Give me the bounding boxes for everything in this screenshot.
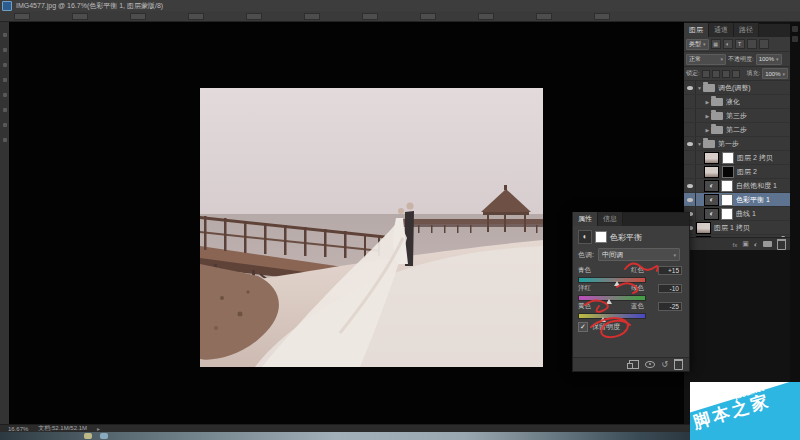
- status-menu-arrow-icon[interactable]: [97, 425, 100, 432]
- eye-toggle[interactable]: [684, 137, 696, 150]
- tool-icon[interactable]: [3, 93, 7, 97]
- eye-toggle[interactable]: [684, 81, 696, 94]
- expand-icon[interactable]: [704, 113, 711, 119]
- collapse-panels-icon[interactable]: [792, 26, 798, 32]
- filter-smartobject-icon[interactable]: [759, 39, 769, 49]
- layer-mask-thumbnail[interactable]: [722, 166, 734, 178]
- expand-icon[interactable]: [704, 127, 711, 133]
- layer-row-group[interactable]: 第一步: [684, 137, 790, 151]
- eye-toggle[interactable]: [684, 165, 696, 178]
- tool-options-icon[interactable]: [536, 13, 552, 20]
- cyan-red-slider[interactable]: [578, 277, 646, 283]
- magenta-green-slider[interactable]: [578, 295, 646, 301]
- filter-pixel-icon[interactable]: [711, 39, 721, 49]
- lock-position-icon[interactable]: [722, 70, 730, 78]
- yellow-blue-value[interactable]: -25: [658, 302, 682, 311]
- eye-toggle[interactable]: [684, 95, 696, 108]
- new-adjustment-icon[interactable]: [754, 241, 758, 248]
- layer-row-group[interactable]: 第三步: [684, 109, 790, 123]
- layer-thumbnail[interactable]: [704, 166, 719, 178]
- layer-mask-thumbnail[interactable]: [721, 194, 733, 206]
- add-mask-icon[interactable]: [742, 240, 749, 248]
- layer-row-group[interactable]: 调色(调整): [684, 81, 790, 95]
- tool-options-icon[interactable]: [246, 13, 262, 20]
- expand-icon[interactable]: [696, 141, 703, 147]
- eye-toggle[interactable]: [684, 151, 696, 164]
- new-group-icon[interactable]: [763, 241, 772, 247]
- tone-select[interactable]: 中间调: [598, 248, 680, 261]
- layer-style-icon[interactable]: [732, 241, 737, 248]
- visibility-icon[interactable]: [645, 361, 655, 368]
- tab-paths[interactable]: 路径: [734, 23, 759, 37]
- delete-layer-icon[interactable]: [777, 239, 786, 250]
- filter-adjustment-icon[interactable]: [723, 39, 733, 49]
- eye-toggle[interactable]: [684, 179, 696, 192]
- layer-thumbnail[interactable]: [704, 152, 719, 164]
- eye-toggle[interactable]: [684, 123, 696, 136]
- layer-row-adjustment[interactable]: 曲线 1: [684, 207, 790, 221]
- tool-options-icon[interactable]: [362, 13, 378, 20]
- lock-pixels-icon[interactable]: [712, 70, 720, 78]
- adjustment-icon[interactable]: [704, 208, 719, 220]
- layer-row-group[interactable]: 第二步: [684, 123, 790, 137]
- opacity-value[interactable]: 100%: [756, 54, 782, 65]
- adjustment-icon[interactable]: [704, 194, 719, 206]
- layer-row-adjustment[interactable]: 自然饱和度 1: [684, 179, 790, 193]
- tool-icon[interactable]: [3, 123, 7, 127]
- filter-type-icon[interactable]: [735, 39, 745, 49]
- fill-value[interactable]: 100%: [762, 68, 788, 79]
- magenta-green-value[interactable]: -10: [658, 284, 682, 293]
- tool-icon[interactable]: [3, 63, 7, 67]
- expand-icon[interactable]: [696, 85, 703, 91]
- zoom-value[interactable]: 16.67%: [8, 426, 28, 432]
- layer-row[interactable]: 图层 2: [684, 165, 790, 179]
- tab-layers[interactable]: 图层: [684, 23, 709, 37]
- expand-icon[interactable]: [704, 99, 711, 105]
- panel-menu-icon[interactable]: [792, 36, 798, 42]
- layer-mask-thumbnail[interactable]: [722, 152, 734, 164]
- eye-toggle[interactable]: [684, 109, 696, 122]
- tool-icon[interactable]: [3, 138, 7, 142]
- cyan-label: 青色: [578, 266, 591, 275]
- layer-row[interactable]: 图层 2 拷贝: [684, 151, 790, 165]
- tab-properties[interactable]: 属性: [573, 212, 598, 226]
- blend-mode-select[interactable]: 正常: [686, 54, 726, 65]
- watermark: jb51.net 脚本之家: [690, 382, 800, 440]
- cyan-red-value[interactable]: +15: [658, 266, 682, 275]
- tool-icon[interactable]: [3, 48, 7, 52]
- reset-icon[interactable]: [661, 360, 668, 369]
- eye-toggle[interactable]: [684, 193, 696, 206]
- tool-icon[interactable]: [3, 33, 7, 37]
- tool-options-icon[interactable]: [72, 13, 88, 20]
- delete-adjustment-icon[interactable]: [674, 359, 683, 370]
- tool-options-icon[interactable]: [130, 13, 146, 20]
- tab-channels[interactable]: 通道: [709, 23, 734, 37]
- lock-all-icon[interactable]: [732, 70, 740, 78]
- tool-options-icon[interactable]: [304, 13, 320, 20]
- tool-options-icon[interactable]: [594, 13, 610, 20]
- layer-thumbnail[interactable]: [696, 222, 711, 234]
- tool-options-icon[interactable]: [188, 13, 204, 20]
- layer-row-group[interactable]: 液化: [684, 95, 790, 109]
- layer-filter-kind-select[interactable]: 类型: [686, 39, 709, 50]
- layer-row-adjustment-selected[interactable]: 色彩平衡 1: [684, 193, 790, 207]
- tab-info[interactable]: 信息: [598, 212, 623, 226]
- tool-icon[interactable]: [3, 78, 7, 82]
- preserve-luminosity-checkbox[interactable]: [578, 322, 588, 332]
- filter-shape-icon[interactable]: [747, 39, 757, 49]
- layer-row[interactable]: 图层 1 拷贝: [684, 221, 790, 235]
- slider-magenta-green: 洋红 绿色 -10: [578, 284, 684, 300]
- lock-transparent-icon[interactable]: [702, 70, 710, 78]
- properties-footer: [573, 357, 689, 371]
- tool-icon[interactable]: [3, 108, 7, 112]
- tool-options-icon[interactable]: [420, 13, 436, 20]
- layer-mask-thumbnail[interactable]: [721, 208, 733, 220]
- clip-to-layer-icon[interactable]: [629, 360, 639, 369]
- tool-options-icon[interactable]: [14, 13, 30, 20]
- adjustment-icon[interactable]: [704, 180, 719, 192]
- yellow-blue-slider[interactable]: [578, 313, 646, 319]
- layer-mask-thumbnail[interactable]: [721, 180, 733, 192]
- status-bar: 16.67% 文档:52.1M/52.1M: [0, 424, 800, 432]
- tool-options-icon[interactable]: [478, 13, 494, 20]
- canvas-photo[interactable]: [200, 88, 543, 367]
